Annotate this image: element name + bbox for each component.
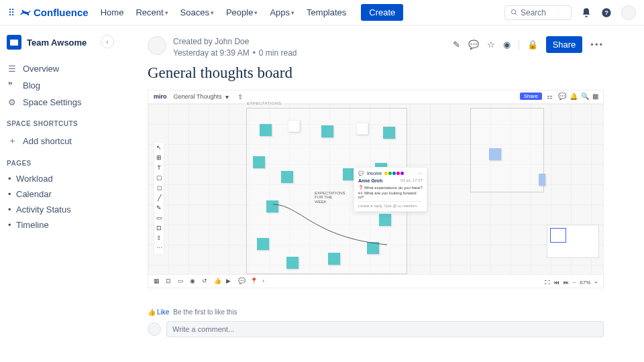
zoom-out-icon[interactable]: −	[573, 280, 576, 286]
svg-text:?: ?	[604, 9, 608, 16]
create-button[interactable]: Create	[361, 4, 403, 21]
sidebar-blog[interactable]: ❞Blog	[7, 77, 101, 94]
miro-grid-icon[interactable]: ▦	[592, 93, 599, 99]
sticky-note[interactable]	[328, 253, 340, 265]
nav-people[interactable]: People▾	[226, 7, 258, 17]
comment-reply[interactable]: Leave a reply. Use @ to mention.	[358, 201, 423, 208]
export-icon[interactable]: ⇪	[237, 93, 244, 100]
comment-tool-icon[interactable]: ⊡	[156, 225, 162, 231]
watch-icon[interactable]: ◉	[503, 40, 511, 50]
shape-icon[interactable]: ◻	[156, 185, 162, 191]
like-button[interactable]: 👍 Like	[148, 308, 169, 316]
search-input[interactable]: Search	[504, 5, 572, 20]
miro-logo[interactable]: miro	[154, 93, 167, 100]
notifications-icon[interactable]	[581, 7, 592, 18]
fit-icon[interactable]: ⛶	[545, 280, 550, 286]
sidebar-overview[interactable]: ☰Overview	[7, 60, 101, 77]
mb-icon[interactable]: ▦	[154, 278, 160, 284]
mb-icon[interactable]: ⊡	[166, 278, 172, 284]
page-link[interactable]: Activity Status	[7, 202, 101, 217]
sticky-note[interactable]	[266, 200, 278, 213]
minimap[interactable]	[547, 225, 599, 258]
comment-icon[interactable]: 💬	[468, 40, 479, 50]
add-shortcut[interactable]: ＋Add shortcut	[7, 131, 101, 150]
help-icon[interactable]: ?	[601, 7, 612, 18]
line-icon[interactable]: ╱	[156, 195, 162, 201]
mb-icon[interactable]: 👍	[214, 278, 221, 284]
sticky-note[interactable]	[383, 127, 395, 139]
miro-bottombar: ▦ ⊡ ▭ ◉ ↺ 👍 ▶ 💬 📍 › ⛶ ⏮ ⏭ − 67% +	[148, 274, 603, 288]
cursor-icon[interactable]: ↖	[156, 145, 162, 151]
text-icon[interactable]: T	[156, 165, 162, 171]
miro-comment-icon[interactable]: 💬	[558, 93, 565, 99]
miro-dropdown-icon[interactable]: ▾	[225, 93, 232, 100]
miro-embed[interactable]: miro General Thoughts ▾ ⇪ Share ⚏ 💬 🔔 🔍 …	[148, 90, 604, 288]
comment-popup[interactable]: 💬 Involve ⋯ Anne Groh01 jul, 17:57 ❓ Wha…	[354, 167, 427, 212]
app-switcher-icon[interactable]: ⠿	[8, 7, 15, 18]
mb-icon[interactable]: ▶	[226, 278, 233, 284]
nav-apps[interactable]: Apps▾	[270, 7, 294, 17]
page-link[interactable]: Workload	[7, 171, 101, 186]
user-avatar[interactable]	[621, 5, 636, 20]
sticky-note[interactable]	[253, 156, 265, 168]
collapse-sidebar-button[interactable]: ‹	[101, 35, 114, 48]
page-link[interactable]: Timeline	[7, 217, 101, 233]
mb-icon[interactable]: ›	[262, 278, 269, 284]
mb-icon[interactable]: 💬	[238, 278, 245, 284]
pages-header: PAGES	[7, 160, 101, 167]
miro-frame[interactable]	[470, 108, 544, 192]
miro-settings-icon[interactable]: ⚏	[547, 93, 553, 99]
nav-home[interactable]: Home	[101, 7, 124, 17]
miro-share-button[interactable]: Share	[520, 93, 542, 100]
sidebar: ‹ Team Awsome ☰Overview ❞Blog ⚙Space Set…	[0, 25, 107, 362]
comment-text: ❓ What expectations do you have?	[358, 185, 423, 190]
zoom-in-icon[interactable]: +	[594, 280, 598, 286]
mb-icon[interactable]: ▭	[178, 278, 184, 284]
mb-icon[interactable]: ◉	[190, 278, 197, 284]
star-icon[interactable]: ☆	[487, 40, 495, 50]
sticky-note[interactable]	[286, 257, 299, 269]
read-time: 0 min read	[259, 48, 297, 58]
sticky-icon[interactable]: ▢	[156, 175, 162, 181]
more-tools-icon[interactable]: ⋯	[156, 245, 162, 251]
miro-search-icon[interactable]: 🔍	[581, 93, 588, 99]
template-icon[interactable]: ⊞	[156, 155, 162, 161]
edit-icon[interactable]: ✎	[453, 40, 460, 50]
space-header[interactable]: Team Awsome	[7, 35, 101, 50]
sticky-note[interactable]	[288, 120, 300, 132]
miro-board-name[interactable]: General Thoughts	[174, 93, 222, 100]
mb-icon[interactable]: ↺	[202, 278, 209, 284]
byline: Created by John Doe Yesterday at 9:39 AM…	[173, 36, 297, 59]
sticky-note[interactable]	[367, 242, 379, 254]
lock-icon[interactable]: 🔒	[527, 40, 538, 50]
upload-icon[interactable]: ⇧	[156, 235, 162, 241]
nav-spaces[interactable]: Soaces▾	[180, 7, 214, 17]
page-actions: ✎ 💬 ☆ ◉ 🔒 Share •••	[453, 36, 604, 53]
frame-icon[interactable]: ▭	[156, 215, 162, 221]
sticky-note[interactable]	[257, 238, 269, 250]
comment-input[interactable]: Write a comment...	[166, 321, 604, 337]
sticky-note[interactable]	[321, 125, 333, 137]
nav-templates[interactable]: Templates	[307, 7, 346, 17]
miro-bell-icon[interactable]: 🔔	[570, 93, 576, 99]
comment-time: 01 jul, 17:57	[400, 178, 423, 182]
nav-fwd-icon[interactable]: ⏭	[564, 280, 569, 286]
miro-canvas[interactable]: ↖ ⊞ T ▢ ◻ ╱ ✎ ▭ ⊡ ⇧ ⋯ EXPECTATIONS	[148, 104, 603, 274]
miro-topbar: miro General Thoughts ▾ ⇪ Share ⚏ 💬 🔔 🔍 …	[148, 90, 603, 104]
sticky-note[interactable]	[281, 171, 293, 183]
nav-back-icon[interactable]: ⏮	[554, 280, 559, 286]
sidebar-settings[interactable]: ⚙Space Settings	[7, 94, 101, 111]
sticky-note[interactable]	[379, 214, 391, 226]
pen-icon[interactable]: ✎	[156, 205, 162, 211]
mb-icon[interactable]: 📍	[250, 278, 257, 284]
page-link[interactable]: Calendar	[7, 186, 101, 202]
confluence-logo[interactable]: Confluence	[20, 7, 89, 18]
share-button[interactable]: Share	[546, 36, 583, 53]
sticky-note[interactable]	[356, 123, 368, 135]
author-avatar[interactable]	[148, 36, 166, 55]
sticky-note[interactable]	[489, 148, 501, 160]
more-actions-icon[interactable]: •••	[590, 40, 604, 50]
nav-recent[interactable]: Recent▾	[136, 7, 168, 17]
sticky-note[interactable]	[539, 174, 545, 186]
sticky-note[interactable]	[260, 124, 272, 136]
